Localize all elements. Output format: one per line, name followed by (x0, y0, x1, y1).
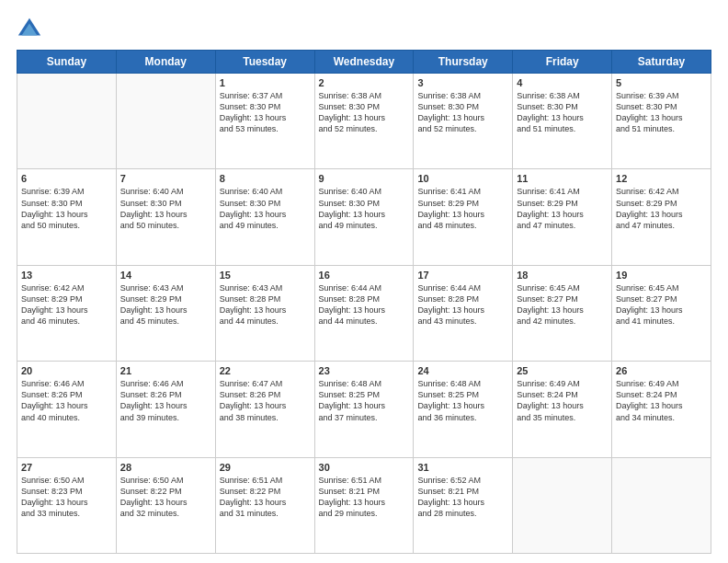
week-row-1: 1Sunrise: 6:37 AM Sunset: 8:30 PM Daylig… (17, 74, 711, 169)
calendar-cell: 30Sunrise: 6:51 AM Sunset: 8:21 PM Dayli… (314, 457, 414, 553)
calendar-cell: 10Sunrise: 6:41 AM Sunset: 8:29 PM Dayli… (414, 169, 513, 265)
calendar-cell: 15Sunrise: 6:43 AM Sunset: 8:28 PM Dayli… (215, 265, 314, 361)
calendar-cell (513, 457, 612, 553)
calendar-cell: 31Sunrise: 6:52 AM Sunset: 8:21 PM Dayli… (414, 457, 513, 553)
calendar-cell: 12Sunrise: 6:42 AM Sunset: 8:29 PM Dayli… (612, 169, 711, 265)
day-number: 11 (517, 173, 608, 184)
day-number: 30 (319, 462, 410, 473)
day-number: 21 (120, 365, 211, 376)
weekday-header-wednesday: Wednesday (314, 51, 414, 74)
day-number: 18 (517, 270, 608, 281)
calendar-cell: 21Sunrise: 6:46 AM Sunset: 8:26 PM Dayli… (116, 362, 215, 457)
cell-daylight-info: Sunrise: 6:52 AM Sunset: 8:21 PM Dayligh… (417, 475, 508, 520)
calendar-cell: 6Sunrise: 6:39 AM Sunset: 8:30 PM Daylig… (17, 169, 117, 265)
week-row-5: 27Sunrise: 6:50 AM Sunset: 8:23 PM Dayli… (17, 457, 711, 553)
calendar-cell: 16Sunrise: 6:44 AM Sunset: 8:28 PM Dayli… (314, 265, 414, 361)
calendar-cell: 8Sunrise: 6:40 AM Sunset: 8:30 PM Daylig… (215, 169, 314, 265)
day-number: 1 (220, 77, 311, 88)
day-number: 22 (220, 365, 311, 376)
cell-daylight-info: Sunrise: 6:39 AM Sunset: 8:30 PM Dayligh… (616, 90, 707, 135)
logo-icon (17, 17, 42, 42)
day-number: 20 (21, 365, 112, 376)
weekday-header-monday: Monday (116, 51, 215, 74)
logo (17, 17, 46, 42)
day-number: 15 (220, 270, 311, 281)
day-number: 19 (616, 270, 707, 281)
day-number: 2 (319, 77, 410, 88)
calendar-cell: 22Sunrise: 6:47 AM Sunset: 8:26 PM Dayli… (215, 362, 314, 457)
cell-daylight-info: Sunrise: 6:44 AM Sunset: 8:28 PM Dayligh… (417, 282, 508, 327)
cell-daylight-info: Sunrise: 6:39 AM Sunset: 8:30 PM Dayligh… (21, 186, 112, 231)
weekday-header-sunday: Sunday (17, 51, 117, 74)
cell-daylight-info: Sunrise: 6:51 AM Sunset: 8:21 PM Dayligh… (319, 475, 410, 520)
cell-daylight-info: Sunrise: 6:37 AM Sunset: 8:30 PM Dayligh… (220, 90, 311, 135)
day-number: 23 (319, 365, 410, 376)
calendar-cell: 9Sunrise: 6:40 AM Sunset: 8:30 PM Daylig… (314, 169, 414, 265)
weekday-header-friday: Friday (513, 51, 612, 74)
cell-daylight-info: Sunrise: 6:42 AM Sunset: 8:29 PM Dayligh… (21, 282, 112, 327)
calendar-cell: 2Sunrise: 6:38 AM Sunset: 8:30 PM Daylig… (314, 74, 414, 169)
calendar-cell: 17Sunrise: 6:44 AM Sunset: 8:28 PM Dayli… (414, 265, 513, 361)
cell-daylight-info: Sunrise: 6:38 AM Sunset: 8:30 PM Dayligh… (517, 90, 608, 135)
week-row-3: 13Sunrise: 6:42 AM Sunset: 8:29 PM Dayli… (17, 265, 711, 361)
calendar-cell (612, 457, 711, 553)
day-number: 10 (417, 173, 508, 184)
cell-daylight-info: Sunrise: 6:45 AM Sunset: 8:27 PM Dayligh… (517, 282, 608, 327)
cell-daylight-info: Sunrise: 6:43 AM Sunset: 8:29 PM Dayligh… (120, 282, 211, 327)
cell-daylight-info: Sunrise: 6:41 AM Sunset: 8:29 PM Dayligh… (517, 186, 608, 231)
day-number: 8 (220, 173, 311, 184)
calendar-cell: 7Sunrise: 6:40 AM Sunset: 8:30 PM Daylig… (116, 169, 215, 265)
cell-daylight-info: Sunrise: 6:45 AM Sunset: 8:27 PM Dayligh… (616, 282, 707, 327)
day-number: 29 (220, 462, 311, 473)
cell-daylight-info: Sunrise: 6:46 AM Sunset: 8:26 PM Dayligh… (120, 378, 211, 423)
day-number: 26 (616, 365, 707, 376)
cell-daylight-info: Sunrise: 6:48 AM Sunset: 8:25 PM Dayligh… (319, 378, 410, 423)
calendar-cell: 19Sunrise: 6:45 AM Sunset: 8:27 PM Dayli… (612, 265, 711, 361)
day-number: 17 (417, 270, 508, 281)
day-number: 4 (517, 77, 608, 88)
calendar-cell: 20Sunrise: 6:46 AM Sunset: 8:26 PM Dayli… (17, 362, 117, 457)
calendar-cell: 27Sunrise: 6:50 AM Sunset: 8:23 PM Dayli… (17, 457, 117, 553)
calendar-cell (116, 74, 215, 169)
cell-daylight-info: Sunrise: 6:43 AM Sunset: 8:28 PM Dayligh… (220, 282, 311, 327)
day-number: 6 (21, 173, 112, 184)
cell-daylight-info: Sunrise: 6:49 AM Sunset: 8:24 PM Dayligh… (616, 378, 707, 423)
calendar-cell: 28Sunrise: 6:50 AM Sunset: 8:22 PM Dayli… (116, 457, 215, 553)
header (17, 17, 711, 42)
calendar-cell (17, 74, 117, 169)
cell-daylight-info: Sunrise: 6:40 AM Sunset: 8:30 PM Dayligh… (220, 186, 311, 231)
calendar-cell: 29Sunrise: 6:51 AM Sunset: 8:22 PM Dayli… (215, 457, 314, 553)
cell-daylight-info: Sunrise: 6:49 AM Sunset: 8:24 PM Dayligh… (517, 378, 608, 423)
weekday-header-row: SundayMondayTuesdayWednesdayThursdayFrid… (17, 51, 711, 74)
cell-daylight-info: Sunrise: 6:46 AM Sunset: 8:26 PM Dayligh… (21, 378, 112, 423)
cell-daylight-info: Sunrise: 6:38 AM Sunset: 8:30 PM Dayligh… (417, 90, 508, 135)
day-number: 5 (616, 77, 707, 88)
cell-daylight-info: Sunrise: 6:48 AM Sunset: 8:25 PM Dayligh… (417, 378, 508, 423)
day-number: 12 (616, 173, 707, 184)
calendar-cell: 11Sunrise: 6:41 AM Sunset: 8:29 PM Dayli… (513, 169, 612, 265)
day-number: 9 (319, 173, 410, 184)
weekday-header-tuesday: Tuesday (215, 51, 314, 74)
day-number: 13 (21, 270, 112, 281)
calendar-cell: 25Sunrise: 6:49 AM Sunset: 8:24 PM Dayli… (513, 362, 612, 457)
day-number: 28 (120, 462, 211, 473)
weekday-header-thursday: Thursday (414, 51, 513, 74)
calendar-cell: 3Sunrise: 6:38 AM Sunset: 8:30 PM Daylig… (414, 74, 513, 169)
cell-daylight-info: Sunrise: 6:42 AM Sunset: 8:29 PM Dayligh… (616, 186, 707, 231)
cell-daylight-info: Sunrise: 6:38 AM Sunset: 8:30 PM Dayligh… (319, 90, 410, 135)
cell-daylight-info: Sunrise: 6:40 AM Sunset: 8:30 PM Dayligh… (120, 186, 211, 231)
page: SundayMondayTuesdayWednesdayThursdayFrid… (0, 0, 728, 563)
day-number: 25 (517, 365, 608, 376)
calendar-cell: 23Sunrise: 6:48 AM Sunset: 8:25 PM Dayli… (314, 362, 414, 457)
calendar-cell: 24Sunrise: 6:48 AM Sunset: 8:25 PM Dayli… (414, 362, 513, 457)
calendar-cell: 5Sunrise: 6:39 AM Sunset: 8:30 PM Daylig… (612, 74, 711, 169)
cell-daylight-info: Sunrise: 6:41 AM Sunset: 8:29 PM Dayligh… (417, 186, 508, 231)
day-number: 7 (120, 173, 211, 184)
week-row-4: 20Sunrise: 6:46 AM Sunset: 8:26 PM Dayli… (17, 362, 711, 457)
weekday-header-saturday: Saturday (612, 51, 711, 74)
cell-daylight-info: Sunrise: 6:50 AM Sunset: 8:23 PM Dayligh… (21, 475, 112, 520)
calendar-cell: 18Sunrise: 6:45 AM Sunset: 8:27 PM Dayli… (513, 265, 612, 361)
day-number: 14 (120, 270, 211, 281)
cell-daylight-info: Sunrise: 6:47 AM Sunset: 8:26 PM Dayligh… (220, 378, 311, 423)
calendar-cell: 4Sunrise: 6:38 AM Sunset: 8:30 PM Daylig… (513, 74, 612, 169)
